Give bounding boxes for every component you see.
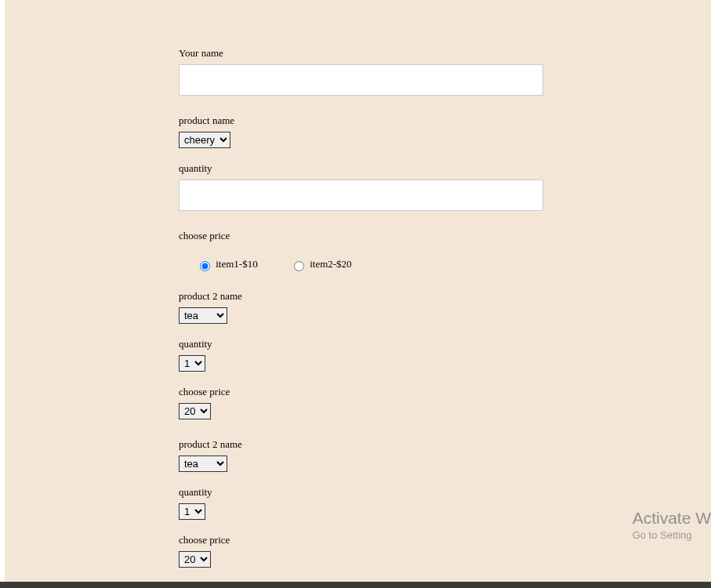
product2-price-select[interactable]: 20 [179, 403, 211, 419]
product3-price-select[interactable]: 20 [179, 551, 211, 568]
field-product1-quantity: quantity [179, 162, 543, 211]
radio-item2[interactable]: item2-$20 [290, 258, 352, 271]
product3-name-select[interactable]: tea [179, 456, 227, 472]
product2-quantity-label: quantity [179, 338, 543, 350]
windows-watermark: Activate W Go to Setting [633, 509, 711, 541]
radio-item1[interactable]: item1-$10 [196, 258, 258, 271]
product3-quantity-select[interactable]: 1 [179, 503, 205, 520]
product1-quantity-label: quantity [179, 162, 543, 175]
product2-name-label: product 2 name [179, 290, 543, 303]
product3-name-label: product 2 name [179, 438, 543, 451]
field-product1-name: product name cheery [179, 114, 543, 148]
radio-item1-input[interactable] [200, 261, 210, 271]
product3-price-label: choose price [179, 534, 543, 546]
product2-quantity-select[interactable]: 1 [179, 355, 205, 372]
bottom-bar [0, 582, 711, 588]
your-name-label: Your name [179, 47, 543, 60]
field-product1-price: choose price item1-$10 item2-$20 [179, 230, 543, 271]
watermark-sub: Go to Setting [633, 529, 711, 541]
product3-quantity-label: quantity [179, 486, 543, 499]
product1-quantity-input[interactable] [179, 180, 543, 211]
field-product3-quantity: quantity 1 [179, 486, 543, 520]
field-product2-price: choose price 20 [179, 386, 543, 419]
product1-name-select[interactable]: cheery [179, 132, 230, 148]
left-stripe [0, 0, 5, 588]
watermark-title: Activate W [633, 509, 711, 528]
your-name-input[interactable] [179, 64, 543, 96]
product2-name-select[interactable]: tea [179, 307, 227, 324]
product1-name-label: product name [179, 114, 543, 127]
radio-item2-label: item2-$20 [310, 258, 351, 270]
field-product3-price: choose price 20 [179, 534, 543, 568]
radio-item2-input[interactable] [294, 261, 304, 271]
field-product3-name: product 2 name tea [179, 438, 543, 472]
field-product2-quantity: quantity 1 [179, 338, 543, 372]
product1-price-radios: item1-$10 item2-$20 [179, 247, 543, 271]
form-container: Your name product name cheery quantity c… [179, 0, 543, 588]
product2-price-label: choose price [179, 386, 543, 398]
field-your-name: Your name [179, 47, 543, 96]
product1-price-label: choose price [179, 230, 543, 242]
radio-item1-label: item1-$10 [216, 258, 257, 270]
field-product2-name: product 2 name tea [179, 290, 543, 324]
